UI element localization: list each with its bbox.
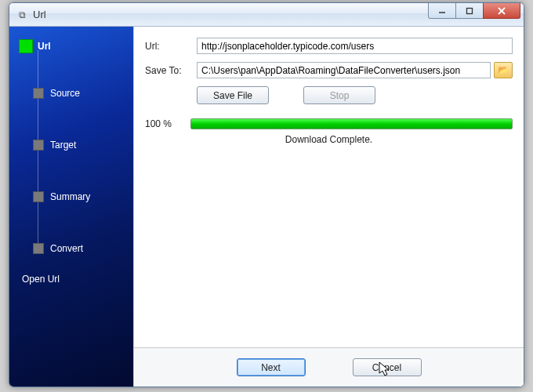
sidebar: Url Source Target Summary Convert — [9, 27, 133, 387]
nav-step-summary[interactable]: Summary — [36, 188, 133, 205]
main-panel: Url: Save To: 📂 Save File Stop 100 % — [133, 27, 524, 387]
maximize-button[interactable] — [455, 3, 484, 19]
url-row: Url: — [145, 38, 513, 54]
url-label: Url: — [145, 41, 197, 52]
nav-step-source[interactable]: Source — [36, 85, 133, 102]
nav-step-label: Target — [50, 140, 76, 151]
progress-row: 100 % — [145, 118, 513, 129]
close-button[interactable] — [483, 3, 520, 19]
stop-button: Stop — [303, 86, 375, 104]
nav-step-label: Source — [50, 88, 80, 99]
nav-step-label: Url — [38, 41, 51, 52]
save-file-button[interactable]: Save File — [197, 86, 269, 104]
progress-percent: 100 % — [145, 118, 190, 129]
save-to-row: Save To: 📂 — [145, 62, 513, 78]
save-to-label: Save To: — [145, 65, 197, 76]
sidebar-footer-text: Open Url — [22, 274, 60, 285]
cancel-button[interactable]: Cancel — [353, 358, 422, 376]
step-marker-icon — [33, 191, 44, 202]
folder-icon: 📂 — [498, 65, 509, 75]
step-marker-icon — [33, 88, 44, 99]
nav-step-url[interactable]: Url — [24, 38, 133, 55]
content-area: Url Source Target Summary Convert — [9, 27, 524, 387]
progress-bar — [190, 118, 513, 129]
nav-step-target[interactable]: Target — [36, 136, 133, 154]
status-text: Download Complete. — [145, 134, 513, 145]
minimize-button[interactable] — [428, 3, 456, 19]
wizard-nav: Url Source Target Summary Convert — [9, 38, 133, 257]
save-to-input[interactable] — [197, 62, 491, 78]
step-marker-icon — [19, 39, 33, 53]
next-button[interactable]: Next — [237, 358, 306, 376]
app-icon: ⧉ — [16, 9, 28, 21]
app-window: ⧉ Url Url Source — [9, 2, 524, 387]
window-buttons — [429, 3, 520, 19]
step-marker-icon — [33, 243, 44, 254]
browse-button[interactable]: 📂 — [494, 62, 513, 78]
url-input[interactable] — [197, 38, 513, 54]
nav-step-label: Convert — [50, 243, 83, 254]
window-title: Url — [33, 9, 46, 20]
save-stop-row: Save File Stop — [197, 86, 513, 104]
step-marker-icon — [33, 140, 44, 151]
footer-bar: Next Cancel — [134, 347, 524, 387]
nav-step-label: Summary — [50, 191, 90, 202]
form-area: Url: Save To: 📂 Save File Stop 100 % — [134, 27, 524, 347]
nav-step-convert[interactable]: Convert — [36, 240, 133, 257]
titlebar[interactable]: ⧉ Url — [9, 3, 524, 27]
svg-rect-1 — [467, 8, 473, 13]
